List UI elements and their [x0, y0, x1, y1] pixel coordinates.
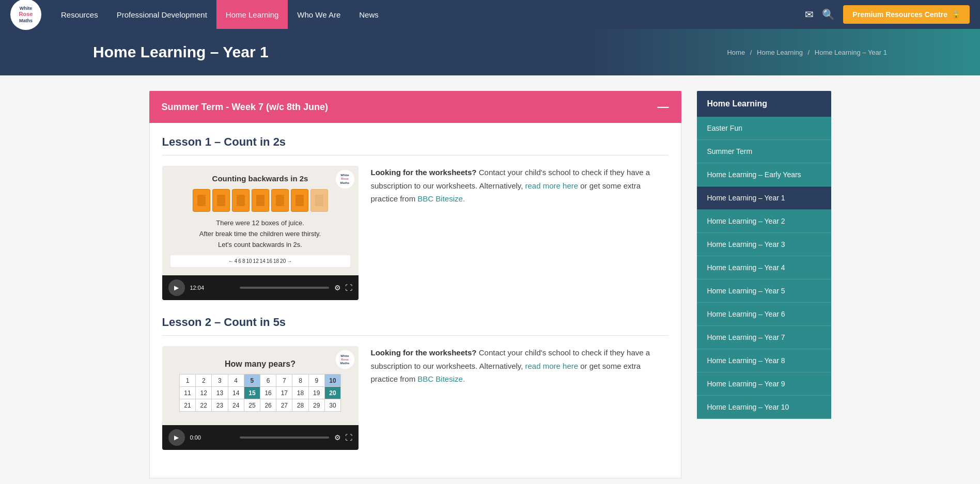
lesson-1-text: Looking for the worksheets? Contact your… [371, 166, 668, 300]
video-preview: Counting backwards in 2s [162, 166, 359, 275]
sidebar-item-3[interactable]: Home Learning – Year 1 [697, 186, 831, 210]
settings-icon-2[interactable]: ⚙ [334, 433, 341, 442]
juice-box-3 [232, 189, 250, 212]
breadcrumb-home[interactable]: Home [727, 49, 745, 56]
page-title: Home Learning – Year 1 [93, 43, 269, 61]
number-line: ← 468101214161820 → [170, 255, 350, 267]
sidebar-item-1[interactable]: Summer Term [697, 140, 831, 163]
bbc-bitesize-link-1[interactable]: BBC Bitesize. [417, 194, 465, 203]
video-title: Counting backwards in 2s [170, 174, 350, 183]
grid-cell-24: 24 [228, 399, 244, 412]
grid-cell-8: 8 [292, 374, 308, 387]
premium-button[interactable]: Premium Resources Centre 🔒 [843, 5, 970, 24]
settings-icon[interactable]: ⚙ [334, 284, 341, 292]
progress-bar[interactable] [240, 287, 329, 289]
nav-who-we-are[interactable]: Who We Are [288, 0, 350, 29]
lesson-1: Lesson 1 – Count in 2s WhiteRoseMaths Co… [162, 135, 668, 300]
read-more-link-2[interactable]: read more here [525, 362, 579, 370]
juice-box-2 [212, 189, 230, 212]
grid-cell-14: 14 [228, 387, 244, 399]
video-settings-icons: ⚙ ⛶ [334, 284, 352, 292]
grid-cell-9: 9 [308, 374, 324, 387]
content-area: Summer Term - Week 7 (w/c 8th June) — Le… [149, 91, 681, 478]
grid-cell-30: 30 [324, 399, 340, 412]
fullscreen-icon-2[interactable]: ⛶ [345, 433, 352, 442]
video-caption: There were 12 boxes of juice. After brea… [170, 218, 350, 250]
logo[interactable]: White Rose Maths [10, 0, 41, 30]
grid-cell-28: 28 [292, 399, 308, 412]
accordion-header[interactable]: Summer Term - Week 7 (w/c 8th June) — [149, 91, 681, 123]
breadcrumb-parent[interactable]: Home Learning [757, 49, 803, 56]
nav-resources[interactable]: Resources [52, 0, 107, 29]
sidebar-item-7[interactable]: Home Learning – Year 5 [697, 279, 831, 303]
grid-cell-13: 13 [212, 387, 228, 399]
wrm-logo-overlay-2: WhiteRoseMaths [336, 350, 354, 369]
sidebar-item-11[interactable]: Home Learning – Year 9 [697, 372, 831, 396]
breadcrumb-sep2: / [808, 49, 810, 56]
lesson-2-text: Looking for the worksheets? Contact your… [371, 346, 668, 450]
grid-cell-1: 1 [179, 374, 195, 387]
grid-cell-15: 15 [244, 387, 260, 399]
play-button[interactable]: ▶ [168, 279, 185, 296]
sidebar-item-8[interactable]: Home Learning – Year 6 [697, 303, 831, 326]
juice-box-1 [193, 189, 210, 212]
progress-bar-2[interactable] [240, 436, 329, 439]
grid-cell-23: 23 [212, 399, 228, 412]
juice-box-6 [291, 189, 308, 212]
grid-cell-21: 21 [179, 399, 195, 412]
time-display: 12:04 [190, 285, 235, 291]
pear-video-inner: How many pears? 123456789101112131415161… [162, 346, 359, 425]
nav-home-learning[interactable]: Home Learning [216, 0, 288, 29]
grid-cell-25: 25 [244, 399, 260, 412]
grid-cell-19: 19 [308, 387, 324, 399]
video-controls-2: ▶ 0:00 ⚙ ⛶ [162, 425, 359, 450]
lesson-1-title: Lesson 1 – Count in 2s [162, 135, 668, 155]
caption-line3: Let's count backwards in 2s. [170, 240, 350, 251]
sidebar-item-5[interactable]: Home Learning – Year 3 [697, 233, 831, 256]
grid-cell-22: 22 [196, 399, 212, 412]
juice-box-5 [271, 189, 289, 212]
juice-boxes-illustration [170, 189, 350, 212]
sidebar-item-0[interactable]: Easter Fun [697, 117, 831, 140]
number-grid: 1234567891011121314151617181920212223242… [179, 374, 341, 412]
lesson-2-video[interactable]: WhiteRoseMaths How many pears? 123456789… [162, 346, 359, 450]
nav-professional-development[interactable]: Professional Development [107, 0, 216, 29]
sidebar-item-2[interactable]: Home Learning – Early Years [697, 163, 831, 186]
sidebar-item-10[interactable]: Home Learning – Year 8 [697, 349, 831, 372]
lesson-2-content: WhiteRoseMaths How many pears? 123456789… [162, 346, 668, 450]
nav-news[interactable]: News [350, 0, 388, 29]
lesson-1-content: WhiteRoseMaths Counting backwards in 2s [162, 166, 668, 300]
grid-cell-2: 2 [196, 374, 212, 387]
lesson-2-title: Lesson 2 – Count in 5s [162, 316, 668, 336]
sidebar-header: Home Learning [697, 91, 831, 117]
sidebar-item-9[interactable]: Home Learning – Year 7 [697, 326, 831, 349]
grid-cell-10: 10 [324, 374, 340, 387]
mail-icon[interactable]: ✉ [805, 8, 814, 21]
grid-cell-27: 27 [276, 399, 292, 412]
play-button-2[interactable]: ▶ [168, 429, 185, 446]
wrm-logo-overlay: WhiteRoseMaths [336, 170, 354, 189]
grid-cell-18: 18 [292, 387, 308, 399]
juice-box-7 [310, 189, 328, 212]
sidebar-item-4[interactable]: Home Learning – Year 2 [697, 210, 831, 233]
grid-cell-16: 16 [260, 387, 276, 399]
read-more-link-1[interactable]: read more here [525, 181, 579, 190]
accordion-body: Lesson 1 – Count in 2s WhiteRoseMaths Co… [149, 123, 681, 478]
grid-cell-26: 26 [260, 399, 276, 412]
lesson-1-video[interactable]: WhiteRoseMaths Counting backwards in 2s [162, 166, 359, 300]
juice-box-4 [252, 189, 269, 212]
main-nav: White Rose Maths Resources Professional … [0, 0, 980, 29]
fullscreen-icon[interactable]: ⛶ [345, 284, 352, 292]
grid-cell-20: 20 [324, 387, 340, 399]
sidebar-item-6[interactable]: Home Learning – Year 4 [697, 256, 831, 279]
time-display-2: 0:00 [190, 434, 235, 441]
sidebar-item-12[interactable]: Home Learning – Year 10 [697, 396, 831, 419]
search-icon[interactable]: 🔍 [822, 8, 835, 21]
video-controls: ▶ 12:04 ⚙ ⛶ [162, 275, 359, 300]
caption-line1: There were 12 boxes of juice. [170, 218, 350, 229]
grid-cell-29: 29 [308, 399, 324, 412]
bbc-bitesize-link-2[interactable]: BBC Bitesize. [417, 374, 465, 383]
accordion-collapse-icon: — [658, 100, 669, 114]
worksheet-label: Looking for the worksheets? [371, 168, 477, 177]
caption-line2: After break time the children were thirs… [170, 229, 350, 240]
